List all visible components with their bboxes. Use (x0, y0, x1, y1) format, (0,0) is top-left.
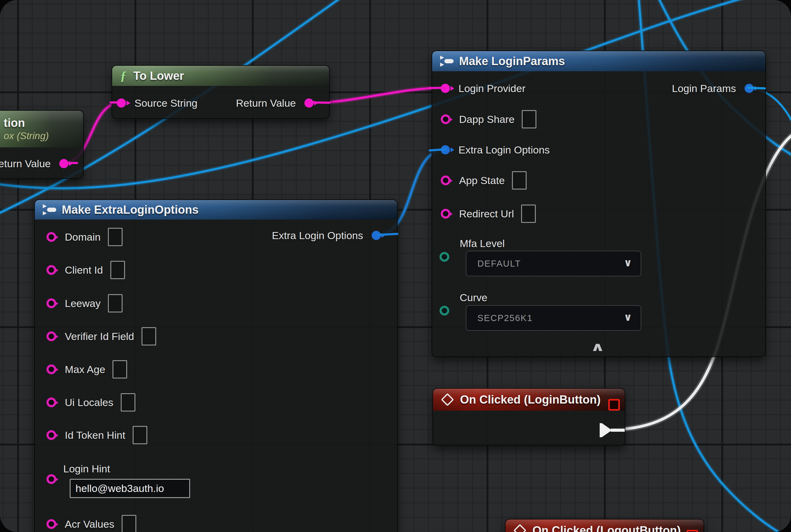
pin-row-redirect-url: Redirect Url (441, 204, 536, 224)
pin-label-login-provider: Login Provider (459, 82, 525, 94)
pin-label-return-value: Return Value (236, 97, 296, 109)
pin-row-verifier-id-field: Verifier Id Field (46, 326, 156, 346)
make-struct-icon (42, 203, 57, 216)
pin-label-redirect-url: Redirect Url (459, 208, 514, 220)
pin-label-login-hint: Login Hint (63, 463, 110, 475)
verifier-id-field-value-box[interactable] (141, 327, 156, 345)
pin-row-extra-login-options-in: Extra Login Options (441, 140, 550, 159)
node-title-on-clicked-logoutbutton: On Clicked (LogoutButton) (524, 524, 681, 532)
client-id-value-box[interactable] (110, 261, 125, 279)
ui-locales-value-box[interactable] (121, 393, 135, 412)
input-pin-leeway[interactable] (46, 299, 56, 308)
exec-output-pin[interactable] (600, 423, 612, 437)
node-subtitle-fragment: ox (String) (4, 130, 49, 141)
blueprint-editor-screenshot: tion ox (String) Return Value ƒ To Lower… (0, 0, 791, 532)
input-pin-id-token-hint[interactable] (46, 430, 56, 440)
node-title-make-extraloginoptions: Make ExtraLoginOptions (57, 203, 199, 216)
acr-values-value-box[interactable] (122, 515, 136, 532)
input-pin-extra-login-options[interactable] (441, 145, 450, 154)
make-struct-icon (440, 55, 455, 68)
mfa-level-dropdown[interactable]: DEFAULT ∨ (466, 251, 641, 277)
pin-label-extra-login-options-out: Extra Login Options (272, 230, 363, 242)
input-pin-app-state[interactable] (441, 175, 450, 185)
input-pin-curve[interactable] (440, 306, 449, 316)
leeway-value-box[interactable] (108, 294, 122, 312)
curve-dropdown[interactable]: SECP256K1 ∨ (466, 305, 641, 331)
node-on-clicked-loginbutton[interactable]: On Clicked (LoginButton) (432, 388, 625, 446)
pin-row-mfa-level (440, 247, 449, 267)
pin-row-dapp-share: Dapp Share (441, 110, 536, 129)
input-pin-verifier-id-field[interactable] (46, 331, 56, 341)
pin-row-leeway: Leeway (46, 293, 122, 313)
node-make-extra-login-options[interactable]: Make ExtraLoginOptions Domain Client Id … (34, 200, 398, 532)
pin-label-id-token-hint: Id Token Hint (65, 429, 125, 441)
input-pin-login-hint[interactable] (46, 474, 56, 484)
pin-row-curve (440, 301, 449, 320)
login-hint-value: hello@web3auth.io (76, 482, 164, 494)
pin-row-return-value: Return Value (0, 154, 69, 173)
output-pin-return-value[interactable] (304, 98, 314, 108)
input-pin-dapp-share[interactable] (441, 114, 450, 124)
app-state-value-box[interactable] (512, 171, 527, 190)
curve-label: Curve (460, 292, 487, 304)
output-pin-login-params[interactable] (745, 84, 754, 93)
node-to-lower[interactable]: ƒ To Lower Source String Return Value (112, 65, 330, 119)
mfa-level-label: Mfa Level (460, 238, 505, 249)
pin-row-client-id: Client Id (46, 260, 125, 280)
pin-label-login-params-out: Login Params (672, 82, 736, 94)
input-pin-login-provider[interactable] (441, 84, 450, 93)
pin-row-max-age: Max Age (46, 360, 127, 379)
input-pin-acr-values[interactable] (46, 519, 56, 529)
pin-label-domain: Domain (65, 231, 100, 243)
input-pin-source-string[interactable] (117, 98, 126, 108)
pin-row-source-string: Source String (117, 93, 197, 113)
pin-label-extra-login-options-in: Extra Login Options (459, 144, 550, 156)
pin-row-extra-login-options-out: Extra Login Options (272, 226, 381, 245)
pin-row-login-params-out: Login Params (672, 79, 754, 98)
dropdown-chevron-icon: ∨ (623, 256, 632, 269)
delegate-output-pin[interactable] (608, 399, 620, 411)
input-pin-max-age[interactable] (46, 364, 56, 374)
collapse-advanced-chevron-icon[interactable]: ∧ (590, 340, 605, 354)
pin-label-leeway: Leeway (65, 298, 100, 309)
pure-function-icon: ƒ (112, 69, 127, 83)
node-partial-function[interactable]: tion ox (String) Return Value (0, 110, 84, 179)
redirect-url-value-box[interactable] (521, 205, 536, 223)
pin-row-login-hint (46, 469, 56, 489)
input-pin-mfa-level[interactable] (440, 252, 449, 262)
pin-label-ui-locales: Ui Locales (65, 397, 113, 408)
pin-label-acr-values: Acr Values (65, 518, 114, 530)
pin-label-source-string: Source String (134, 97, 197, 109)
login-hint-text-input[interactable]: hello@web3auth.io (70, 479, 190, 498)
pin-row-app-state: App State (441, 171, 527, 190)
node-make-login-params[interactable]: Make LoginParams Login Provider Dapp Sha… (431, 51, 766, 357)
node-title-to-lower: To Lower (127, 70, 184, 82)
delegate-output-pin[interactable] (687, 530, 698, 532)
pin-row-login-provider: Login Provider (441, 79, 525, 98)
pin-row-return-value: Return Value (236, 93, 314, 113)
dropdown-chevron-icon: ∨ (623, 311, 632, 323)
node-title-on-clicked-loginbutton: On Clicked (LoginButton) (452, 393, 601, 406)
output-pin-extra-login-options[interactable] (372, 231, 381, 240)
pin-label-app-state: App State (459, 175, 505, 187)
node-on-clicked-logoutbutton[interactable]: On Clicked (LogoutButton) (505, 519, 704, 532)
input-pin-redirect-url[interactable] (441, 209, 450, 218)
curve-selected-value: SECP256K1 (466, 313, 533, 323)
pin-label-return-value: Return Value (0, 158, 51, 170)
pin-label-client-id: Client Id (65, 264, 103, 276)
pin-row-ui-locales: Ui Locales (46, 393, 135, 412)
max-age-value-box[interactable] (113, 360, 127, 379)
pin-row-id-token-hint: Id Token Hint (46, 425, 147, 445)
id-token-hint-value-box[interactable] (133, 426, 147, 444)
node-title-fragment: tion (4, 116, 49, 130)
pin-label-max-age: Max Age (65, 363, 105, 376)
blueprint-graph-canvas[interactable]: tion ox (String) Return Value ƒ To Lower… (0, 0, 791, 532)
domain-value-box[interactable] (108, 228, 122, 246)
mfa-level-selected-value: DEFAULT (466, 259, 521, 269)
input-pin-client-id[interactable] (46, 265, 56, 275)
input-pin-domain[interactable] (46, 232, 56, 242)
output-pin-return-value[interactable] (59, 159, 69, 168)
node-title-make-loginparams: Make LoginParams (455, 55, 565, 68)
dapp-share-value-box[interactable] (522, 110, 536, 128)
input-pin-ui-locales[interactable] (46, 397, 56, 407)
